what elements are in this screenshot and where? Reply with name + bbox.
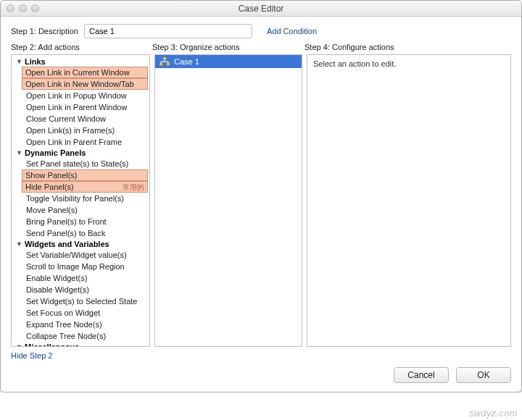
group-misc-header[interactable]: ▼ Miscellaneous (12, 342, 149, 347)
action-hide-panels-label: Hide Panel(s) (25, 182, 74, 191)
group-dynamic-label: Dynamic Panels (25, 148, 86, 157)
add-condition-link[interactable]: Add Condition (267, 27, 317, 35)
action-collapse-tree-nodes[interactable]: Collapse Tree Node(s) (12, 330, 149, 342)
action-open-link-new-window[interactable]: Open Link in New Window/Tab (22, 78, 148, 90)
action-expand-tree-nodes[interactable]: Expand Tree Node(s) (12, 319, 149, 330)
action-open-link-popup[interactable]: Open Link in Popup Window (12, 90, 149, 101)
group-dynamic-header[interactable]: ▼ Dynamic Panels (12, 148, 149, 158)
action-show-panels[interactable]: Show Panel(s) (22, 169, 148, 181)
action-set-widgets-selected[interactable]: Set Widget(s) to Selected State (12, 295, 149, 307)
action-disable-widgets[interactable]: Disable Widget(s) (12, 284, 149, 295)
case-editor-window: Case Editor Step 1: Description Add Cond… (0, 0, 522, 392)
action-open-link-parent-window[interactable]: Open Link in Parent Window (12, 101, 149, 113)
step4-label: Step 4: Configure actions (304, 43, 511, 51)
description-input[interactable] (84, 24, 252, 38)
action-set-focus-widget[interactable]: Set Focus on Widget (12, 307, 149, 319)
action-enable-widgets[interactable]: Enable Widget(s) (12, 272, 149, 284)
action-open-links-in-frames[interactable]: Open Link(s) in Frame(s) (12, 125, 149, 136)
case-icon (160, 57, 170, 66)
ok-button[interactable]: OK (456, 367, 511, 383)
group-widgets-header[interactable]: ▼ Widgets and Variables (12, 239, 149, 249)
close-icon[interactable] (7, 4, 14, 12)
group-links-label: Links (25, 57, 46, 66)
case-label: Case 1 (174, 57, 199, 66)
minimize-icon[interactable] (19, 4, 27, 12)
group-links-header[interactable]: ▼ Links (12, 56, 149, 67)
action-set-panel-state[interactable]: Set Panel state(s) to State(s) (12, 158, 149, 169)
window-titlebar: Case Editor (1, 1, 521, 17)
window-title: Case Editor (239, 4, 284, 14)
step2-label: Step 2: Add actions (11, 43, 152, 51)
svg-rect-0 (163, 57, 166, 59)
svg-rect-2 (167, 63, 170, 65)
highlight-badge: 常用的 (123, 182, 144, 193)
action-close-current-window[interactable]: Close Current Window (12, 113, 149, 125)
action-open-link-current[interactable]: Open Link in Current Window (22, 67, 148, 78)
configure-message: Select an action to edit. (307, 55, 510, 72)
action-set-variable-widget[interactable]: Set Variable/Widget value(s) (12, 249, 149, 261)
action-open-link-parent-frame[interactable]: Open Link in Parent Frame (12, 136, 149, 148)
step1-label: Step 1: Description (11, 27, 78, 35)
case-row[interactable]: Case 1 (155, 55, 302, 68)
step3-label: Step 3: Organize actions (152, 43, 304, 51)
action-send-panels-back[interactable]: Send Panel(s) to Back (12, 227, 149, 239)
group-widgets-label: Widgets and Variables (25, 240, 109, 248)
traffic-lights[interactable] (7, 4, 39, 12)
actions-tree-panel: ▼ Links Open Link in Current Window Open… (11, 54, 150, 347)
hide-step2-link[interactable]: Hide Step 2 (11, 351, 511, 360)
zoom-icon[interactable] (31, 4, 39, 12)
window-content: Step 1: Description Add Condition Step 2… (1, 17, 521, 392)
action-bring-panels-front[interactable]: Bring Panel(s) to Front (12, 216, 149, 227)
chevron-down-icon: ▼ (16, 240, 23, 248)
chevron-down-icon: ▼ (16, 58, 23, 65)
action-move-panels[interactable]: Move Panel(s) (12, 204, 149, 216)
action-hide-panels[interactable]: Hide Panel(s) 常用的 (22, 181, 148, 193)
svg-rect-1 (160, 63, 162, 65)
group-misc-label: Miscellaneous (25, 343, 79, 347)
cancel-button[interactable]: Cancel (394, 367, 449, 383)
configure-panel: Select an action to edit. (307, 54, 511, 347)
organize-panel: Case 1 (154, 54, 302, 347)
action-toggle-panel-visibility[interactable]: Toggle Visibility for Panel(s) (12, 193, 149, 204)
chevron-down-icon: ▼ (16, 343, 23, 347)
chevron-down-icon: ▼ (16, 149, 23, 156)
action-scroll-image-map[interactable]: Scroll to Image Map Region (12, 261, 149, 272)
